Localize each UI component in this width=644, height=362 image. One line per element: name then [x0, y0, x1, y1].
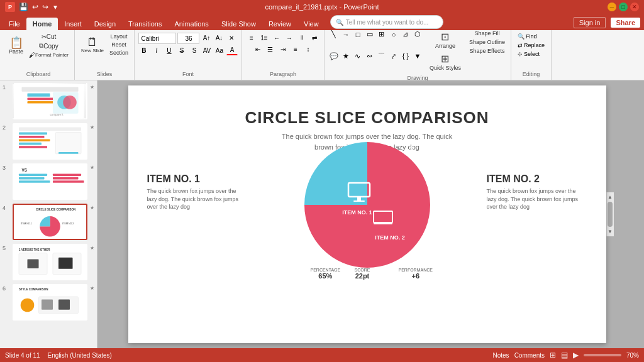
tab-animations[interactable]: Animations	[168, 18, 214, 30]
slide-thumb-3[interactable]: 3 VS ★	[3, 163, 94, 200]
close-btn[interactable]: ✕	[630, 3, 639, 11]
shape-line-btn[interactable]: ╲	[328, 30, 340, 40]
char-spacing-btn[interactable]: AV	[201, 45, 213, 55]
shape-eq-btn[interactable]: { }	[400, 51, 411, 61]
quick-access-redo[interactable]: ↪	[42, 3, 48, 11]
shape-arc-btn[interactable]: ⌒	[376, 51, 387, 61]
align-center-btn[interactable]: ☰	[265, 44, 276, 54]
signin-button[interactable]: Sign in	[574, 17, 606, 28]
clear-format-btn[interactable]: ✕	[226, 33, 237, 43]
slide-thumb-2[interactable]: 2 ★	[3, 123, 94, 160]
notes-btn[interactable]: Notes	[493, 352, 509, 359]
new-slide-button[interactable]: 🗒 New Slide	[79, 33, 106, 57]
clipboard-row: 📋 Paste ✂ Cut ⧉ Copy 🖌 Format Painter	[6, 33, 70, 59]
slide-thumb-6[interactable]: 6 STYLE COMPARISON ★	[3, 284, 94, 321]
share-button[interactable]: Share	[611, 18, 640, 28]
outline-view-btn[interactable]: ▤	[561, 351, 568, 359]
quick-access-undo[interactable]: ↩	[32, 3, 38, 11]
tab-view[interactable]: View	[297, 18, 325, 30]
slide-show-btn[interactable]: ▶	[573, 351, 579, 359]
tab-design[interactable]: Design	[88, 18, 122, 30]
normal-view-btn[interactable]: ⊞	[550, 351, 556, 359]
col-btn[interactable]: ⫴	[296, 33, 308, 43]
font-size-input[interactable]	[177, 33, 199, 44]
italic-btn[interactable]: I	[151, 45, 162, 55]
list-btn[interactable]: ≡	[246, 33, 257, 43]
slide-image-6[interactable]: STYLE COMPARISON	[13, 284, 87, 321]
quick-access-save[interactable]: 💾	[19, 3, 28, 11]
font-decrease-btn[interactable]: A↓	[213, 33, 225, 43]
shape-down-btn[interactable]: ▼	[412, 51, 423, 61]
shape-star-btn[interactable]: ★	[340, 51, 352, 61]
shape-chevron-btn[interactable]: ⊿	[400, 30, 411, 40]
underline-btn[interactable]: U	[164, 45, 175, 55]
shape-arrow-btn[interactable]: →	[340, 30, 352, 40]
section-button[interactable]: Section	[108, 49, 130, 57]
slide-image-1[interactable]: compare it	[13, 83, 87, 119]
cut-button[interactable]: ✂ Cut	[27, 33, 70, 41]
shape-callout-btn[interactable]: 💬	[328, 51, 340, 61]
slide-image-2[interactable]	[13, 123, 87, 160]
shadow-btn[interactable]: S	[189, 45, 200, 55]
shape-fill-btn[interactable]: Shape Fill	[467, 30, 507, 37]
layout-button[interactable]: Layout	[108, 33, 130, 40]
shape-connector-btn[interactable]: ⤤	[388, 51, 399, 61]
comments-btn[interactable]: Comments	[514, 352, 545, 359]
tab-home[interactable]: Home	[26, 18, 58, 30]
quick-styles-button[interactable]: ⊞ Quick Styles	[427, 52, 464, 72]
slide-thumb-1[interactable]: 1 compare it ★	[3, 83, 94, 119]
vertical-scrollbar[interactable]: ▲ ▼	[606, 192, 614, 236]
tab-review[interactable]: Review	[262, 18, 297, 30]
paste-button[interactable]: 📋 Paste	[6, 33, 26, 59]
font-color-btn[interactable]: A	[226, 45, 238, 55]
shape-effects-btn[interactable]: Shape Effects	[467, 47, 507, 55]
format-painter-button[interactable]: 🖌 Format Painter	[27, 51, 70, 59]
font-name-input[interactable]	[138, 33, 176, 44]
shape-freeform-btn[interactable]: ∾	[364, 51, 375, 61]
slide-thumb-4[interactable]: 4 CIRCLE SLICE COMPARISON ITEM NO.1 ITEM…	[3, 204, 94, 240]
line-spacing-btn[interactable]: ↕	[303, 44, 314, 54]
find-button[interactable]: 🔍 Find	[515, 33, 547, 40]
tab-transitions[interactable]: Transitions	[122, 18, 168, 30]
shape-circle-btn[interactable]: ○	[388, 30, 399, 40]
slide-canvas[interactable]: CIRCLE SLICE COMPARISON The quick brown …	[128, 85, 606, 343]
strikethrough-btn[interactable]: S	[176, 45, 187, 55]
select-button[interactable]: ⊹ Select	[515, 50, 547, 58]
tab-file[interactable]: File	[3, 18, 26, 30]
shape-hex-btn[interactable]: ⬡	[412, 30, 423, 40]
shape-more-btn[interactable]: ⊞	[376, 30, 387, 40]
slide-image-3[interactable]: VS	[13, 163, 87, 200]
slide-thumb-5[interactable]: 5 1 VERSUS THE OTHER ★	[3, 244, 94, 280]
quick-access-extra[interactable]: ▼	[52, 4, 58, 11]
shape-rounded-rect-btn[interactable]: ▭	[364, 30, 375, 40]
minimize-btn[interactable]: ─	[608, 3, 616, 11]
slide-image-5[interactable]: 1 VERSUS THE OTHER	[13, 244, 87, 280]
bold-btn[interactable]: B	[138, 45, 150, 55]
maximize-btn[interactable]: □	[619, 3, 628, 11]
slide-image-4[interactable]: CIRCLE SLICE COMPARISON ITEM NO.1 ITEM N…	[13, 204, 87, 240]
scroll-up-btn[interactable]: ▲	[606, 192, 614, 202]
font-increase-btn[interactable]: A↑	[201, 33, 212, 43]
reset-button[interactable]: Reset	[108, 41, 130, 48]
scroll-thumb[interactable]	[608, 202, 613, 227]
shape-curve-btn[interactable]: ∿	[352, 51, 364, 61]
align-left-btn[interactable]: ⇤	[252, 44, 264, 54]
shape-rect-btn[interactable]: □	[352, 30, 364, 40]
zoom-slider[interactable]	[584, 354, 621, 356]
text-dir-btn[interactable]: ⇄	[309, 33, 320, 43]
copy-button[interactable]: ⧉ Copy	[27, 41, 70, 50]
font-size-2-btn[interactable]: Aa	[214, 45, 225, 55]
tab-slideshow[interactable]: Slide Show	[215, 18, 262, 30]
shape-outline-btn[interactable]: Shape Outline	[467, 38, 507, 46]
slides-panel[interactable]: 1 compare it ★ 2	[0, 80, 97, 348]
tab-insert[interactable]: Insert	[58, 18, 88, 30]
scroll-down-btn[interactable]: ▼	[606, 227, 614, 236]
indent-decrease-btn[interactable]: ←	[271, 33, 282, 43]
tell-me-search[interactable]: 🔍 Tell me what you want to do...	[330, 15, 443, 29]
justify-btn[interactable]: ≡	[290, 44, 301, 54]
replace-button[interactable]: ⇄ Replace	[515, 41, 547, 49]
align-right-btn[interactable]: ⇥	[277, 44, 289, 54]
ordered-list-btn[interactable]: 1≡	[258, 33, 270, 43]
indent-increase-btn[interactable]: →	[284, 33, 295, 43]
arrange-button[interactable]: ⊡ Arrange	[427, 30, 464, 50]
